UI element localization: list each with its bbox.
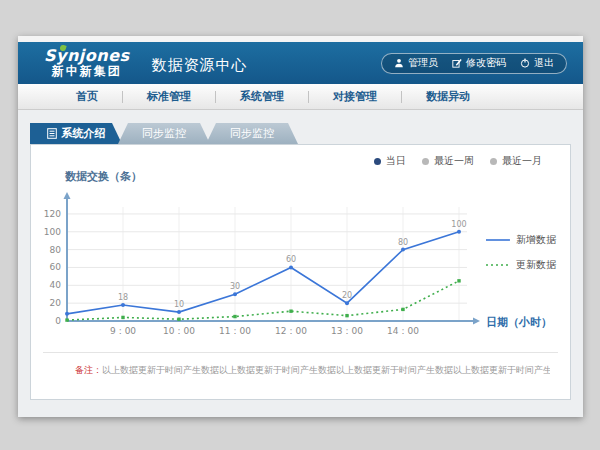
chart-svg: 0204060801001209：0010：0011：0012：0013：001… <box>37 187 489 339</box>
footer-note: 备注：以上数据更新于时间产生数据以上数据更新于时间产生数据以上数据更新于时间产生… <box>75 364 550 377</box>
legend-item-0: 新增数据 <box>486 233 556 247</box>
power-icon <box>520 58 530 68</box>
change-password-button[interactable]: 修改密码 <box>452 56 506 70</box>
svg-text:60: 60 <box>50 262 62 272</box>
logo-brand-text: Synjones <box>44 48 130 65</box>
range-option-1[interactable]: 最近一周 <box>422 154 474 168</box>
nav-menu: 首页标准管理系统管理对接管理数据异动 <box>18 84 583 110</box>
range-option-label: 当日 <box>386 154 406 168</box>
legend-label: 新增数据 <box>516 233 556 247</box>
tab-0[interactable]: 系统介绍 <box>30 123 122 144</box>
range-option-label: 最近一月 <box>502 154 542 168</box>
svg-text:13：00: 13：00 <box>331 326 363 336</box>
page-title: 数据资源中心 <box>152 52 248 75</box>
tab-label: 同步监控 <box>142 126 186 141</box>
main-panel: 当日最近一周最近一月 数据交换（条） 0204060801001209：0010… <box>30 144 571 400</box>
edit-icon <box>452 58 462 68</box>
legend-line-sample <box>486 236 510 244</box>
svg-text:12：00: 12：00 <box>275 326 307 336</box>
logout-button[interactable]: 退出 <box>520 56 554 70</box>
y-axis-title: 数据交换（条） <box>65 169 142 184</box>
content-area: 系统介绍同步监控同步监控 当日最近一周最近一月 数据交换（条） 02040608… <box>18 110 583 417</box>
svg-text:10：00: 10：00 <box>163 326 195 336</box>
svg-text:120: 120 <box>44 209 61 219</box>
svg-text:80: 80 <box>50 245 62 255</box>
app-window: Synjones 新中新集团 数据资源中心 管理员 修改密码 <box>18 36 583 417</box>
range-option-2[interactable]: 最近一月 <box>490 154 542 168</box>
panel-divider <box>43 352 558 353</box>
radio-icon <box>422 158 429 165</box>
range-option-0[interactable]: 当日 <box>374 154 406 168</box>
tab-bar: 系统介绍同步监控同步监控 <box>30 123 571 144</box>
tab-1[interactable]: 同步监控 <box>118 123 210 144</box>
svg-text:60: 60 <box>286 255 296 264</box>
tab-label: 同步监控 <box>230 126 274 141</box>
legend-item-1: 更新数据 <box>486 258 556 272</box>
series-legend: 新增数据更新数据 <box>486 233 556 272</box>
nav-item-4[interactable]: 数据异动 <box>402 84 494 110</box>
svg-text:100: 100 <box>451 220 466 229</box>
logo-company-name: 新中新集团 <box>44 65 130 78</box>
svg-text:18: 18 <box>118 293 128 302</box>
chart-container: 0204060801001209：0010：0011：0012：0013：001… <box>37 187 489 343</box>
svg-text:9：00: 9：00 <box>110 326 136 336</box>
svg-text:100: 100 <box>44 227 61 237</box>
svg-text:20: 20 <box>50 298 62 308</box>
svg-text:80: 80 <box>398 238 408 247</box>
svg-text:11：00: 11：00 <box>219 326 251 336</box>
svg-text:10: 10 <box>174 300 184 309</box>
user-menu: 管理员 修改密码 退出 <box>381 53 567 74</box>
radio-selected-icon <box>374 158 381 165</box>
svg-text:30: 30 <box>230 282 240 291</box>
app-header: Synjones 新中新集团 数据资源中心 管理员 修改密码 <box>18 42 583 84</box>
legend-line-sample <box>486 261 510 269</box>
note-text: 以上数据更新于时间产生数据以上数据更新于时间产生数据以上数据更新于时间产生数据以… <box>102 365 550 375</box>
nav-item-0[interactable]: 首页 <box>52 84 122 110</box>
svg-text:14：00: 14：00 <box>387 326 419 336</box>
user-icon <box>394 58 404 68</box>
legend-label: 更新数据 <box>516 258 556 272</box>
x-axis-title: 日期（小时） <box>486 315 552 330</box>
time-range-selector: 当日最近一周最近一月 <box>374 154 542 168</box>
radio-icon <box>490 158 497 165</box>
svg-text:40: 40 <box>50 280 62 290</box>
svg-text:20: 20 <box>342 291 352 300</box>
nav-item-2[interactable]: 系统管理 <box>216 84 308 110</box>
range-option-label: 最近一周 <box>434 154 474 168</box>
svg-text:0: 0 <box>55 316 61 326</box>
tab-2[interactable]: 同步监控 <box>206 123 298 144</box>
doc-icon <box>47 128 57 139</box>
company-logo: Synjones 新中新集团 <box>44 48 130 77</box>
nav-item-1[interactable]: 标准管理 <box>123 84 215 110</box>
tab-label: 系统介绍 <box>62 126 106 141</box>
nav-item-3[interactable]: 对接管理 <box>309 84 401 110</box>
admin-user-button[interactable]: 管理员 <box>394 56 438 70</box>
note-prefix: 备注： <box>75 365 102 375</box>
